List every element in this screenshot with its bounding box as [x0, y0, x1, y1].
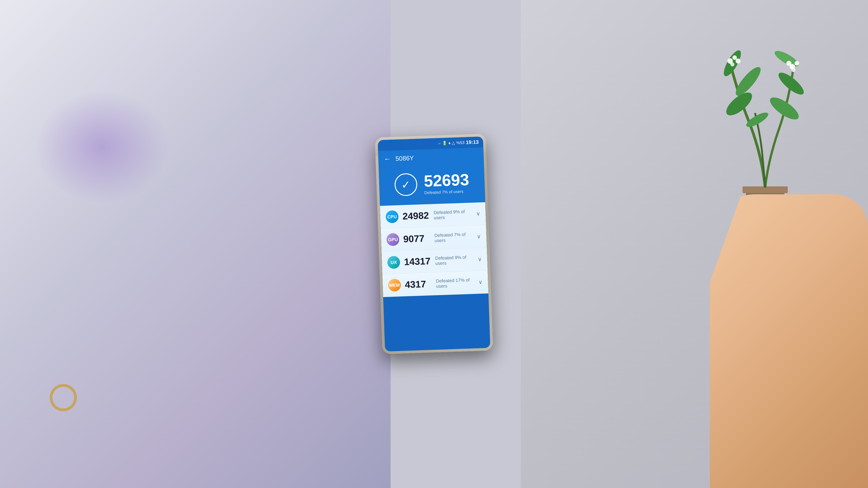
vibrate-icon: 🔋: [442, 141, 447, 146]
gpu-score: 9077: [403, 233, 431, 245]
cpu-chevron-icon: ∨: [476, 210, 480, 217]
cpu-desc: Defeated 9% of users: [434, 209, 472, 221]
hand: [710, 194, 868, 488]
bluetooth-icon: ⎓: [438, 141, 441, 146]
battery-percent: %53: [456, 140, 465, 145]
mem-desc: Defeated 17% of users: [436, 277, 475, 289]
svg-point-11: [736, 59, 741, 64]
gpu-desc: Defeated 7% of users: [434, 232, 473, 243]
svg-point-5: [767, 94, 802, 123]
results-list: CPU 24982 Defeated 9% of users ∨ GPU 907…: [380, 202, 489, 297]
ux-chevron-icon: ∨: [477, 256, 482, 263]
wifi-icon: ♦: [448, 141, 451, 145]
cpu-score: 24982: [402, 210, 430, 222]
svg-point-6: [776, 69, 807, 98]
background-left: [0, 0, 391, 488]
cpu-badge: CPU: [385, 210, 399, 223]
mem-score: 4317: [405, 278, 432, 290]
score-subtitle: Defeated 7% of users: [424, 189, 470, 195]
signal-icon: △: [452, 140, 455, 145]
svg-point-15: [786, 61, 792, 66]
phone-wrapper: ⎓ 🔋 ♦ △ %53 19:13 ← 5086Y ✓ 52693: [375, 134, 493, 355]
svg-point-14: [795, 61, 799, 66]
total-score: 52693: [424, 171, 469, 189]
app-title: 5086Y: [395, 154, 414, 162]
back-button[interactable]: ←: [383, 155, 391, 163]
svg-point-7: [773, 48, 801, 70]
svg-point-12: [730, 62, 735, 66]
ux-badge: UX: [387, 256, 400, 269]
checkmark-icon: ✓: [401, 178, 411, 191]
result-item-gpu[interactable]: GPU 9077 Defeated 7% of users ∨: [381, 225, 487, 252]
phone-outer: ⎓ 🔋 ♦ △ %53 19:13 ← 5086Y ✓ 52693: [375, 134, 493, 355]
ux-desc: Defeated 9% of users: [435, 254, 474, 266]
gpu-chevron-icon: ∨: [477, 233, 481, 240]
result-item-mem[interactable]: MEM 4317 Defeated 17% of users ∨: [382, 271, 489, 297]
phone-screen: ⎓ 🔋 ♦ △ %53 19:13 ← 5086Y ✓ 52693: [378, 136, 490, 352]
ux-score: 14317: [404, 256, 432, 267]
status-icons: ⎓ 🔋 ♦ △ %53 19:13: [438, 139, 479, 147]
status-time: 19:13: [466, 139, 479, 145]
svg-point-16: [792, 68, 796, 72]
mem-chevron-icon: ∨: [478, 279, 483, 286]
purple-blob: [34, 90, 169, 203]
mem-badge: MEM: [388, 279, 401, 292]
svg-point-10: [733, 55, 737, 60]
score-circle: ✓: [394, 173, 417, 196]
result-item-ux[interactable]: UX 14317 Defeated 9% of users ∨: [381, 248, 488, 274]
score-section: ✓ 52693 Defeated 7% of users: [379, 164, 485, 206]
score-info: 52693 Defeated 7% of users: [424, 171, 470, 195]
gpu-badge: GPU: [386, 233, 399, 246]
result-item-cpu[interactable]: CPU 24982 Defeated 9% of users ∨: [380, 202, 486, 229]
plant-decoration: [703, 18, 827, 221]
